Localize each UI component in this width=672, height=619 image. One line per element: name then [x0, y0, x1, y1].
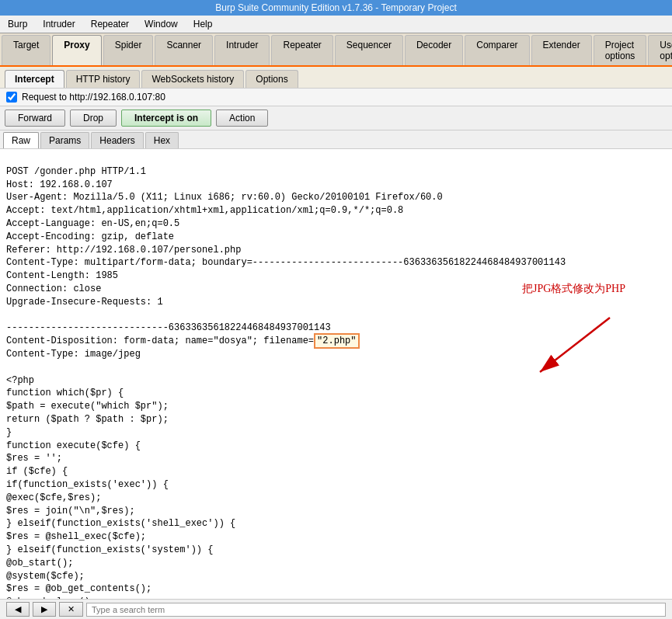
menu-intruder[interactable]: Intruder: [38, 17, 79, 31]
tab-extender[interactable]: Extender: [531, 35, 592, 65]
tab-comparer[interactable]: Comparer: [465, 35, 529, 65]
forward-button[interactable]: Forward: [5, 110, 65, 127]
subtab-websockets-history[interactable]: WebSockets history: [141, 70, 244, 88]
title-bar: Burp Suite Community Edition v1.7.36 - T…: [0, 0, 672, 16]
request-checkbox[interactable]: [6, 92, 17, 103]
action-button[interactable]: Action: [216, 110, 268, 127]
subtab-intercept[interactable]: Intercept: [5, 70, 64, 88]
tab-project-options[interactable]: Project options: [594, 35, 647, 65]
tab-target[interactable]: Target: [2, 35, 50, 65]
request-url: Request to http://192.168.0.107:80: [22, 92, 165, 103]
content-tab-hex[interactable]: Hex: [145, 132, 179, 148]
content-text: POST /gonder.php HTTP/1.1 Host: 192.168.…: [6, 166, 566, 613]
main-tab-bar: Target Proxy Spider Scanner Intruder Rep…: [0, 33, 672, 67]
arrow-svg: [501, 294, 625, 388]
tab-spider[interactable]: Spider: [103, 35, 154, 65]
filename-highlight: "2.php": [314, 333, 359, 349]
annotation-container: 把JPG格式修改为PHP: [479, 281, 625, 418]
sub-tab-bar: Intercept HTTP history WebSockets histor…: [0, 67, 672, 89]
menu-bar: Burp Intruder Repeater Window Help: [0, 16, 672, 33]
content-tab-bar: Raw Params Headers Hex: [0, 130, 672, 149]
menu-help[interactable]: Help: [189, 17, 218, 31]
content-tab-params[interactable]: Params: [40, 132, 89, 148]
content-tab-raw[interactable]: Raw: [3, 132, 39, 148]
intercept-button[interactable]: Intercept is on: [121, 110, 211, 127]
prev-button[interactable]: ◀: [6, 602, 30, 617]
subtab-http-history[interactable]: HTTP history: [66, 70, 141, 88]
tab-decoder[interactable]: Decoder: [405, 35, 463, 65]
svg-line-1: [540, 318, 610, 372]
tab-sequencer[interactable]: Sequencer: [335, 35, 403, 65]
request-info-bar: Request to http://192.168.0.107:80: [0, 89, 672, 106]
close-search-button[interactable]: ✕: [59, 602, 83, 617]
search-input[interactable]: [86, 603, 666, 617]
content-tab-headers[interactable]: Headers: [91, 132, 143, 148]
tab-scanner[interactable]: Scanner: [155, 35, 213, 65]
menu-repeater[interactable]: Repeater: [86, 17, 134, 31]
tab-intruder[interactable]: Intruder: [214, 35, 270, 65]
bottom-bar: ◀ ▶ ✕: [0, 599, 672, 619]
menu-burp[interactable]: Burp: [3, 17, 32, 31]
menu-window[interactable]: Window: [140, 17, 183, 31]
action-bar: Forward Drop Intercept is on Action: [0, 106, 672, 130]
tab-repeater[interactable]: Repeater: [271, 35, 333, 65]
annotation-text: 把JPG格式修改为PHP: [522, 281, 625, 297]
request-content[interactable]: POST /gonder.php HTTP/1.1 Host: 192.168.…: [0, 149, 672, 613]
tab-proxy[interactable]: Proxy: [52, 35, 101, 65]
window-title: Burp Suite Community Edition v1.7.36 - T…: [215, 2, 457, 13]
subtab-options[interactable]: Options: [245, 70, 298, 88]
drop-button[interactable]: Drop: [70, 110, 117, 127]
next-button[interactable]: ▶: [33, 602, 56, 617]
tab-user-options[interactable]: User options: [648, 35, 672, 65]
